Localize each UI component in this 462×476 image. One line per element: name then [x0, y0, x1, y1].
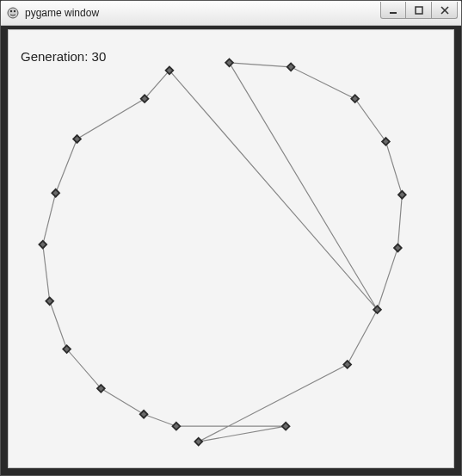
- application-window: pygame window Generation: 30: [0, 0, 462, 476]
- titlebar[interactable]: pygame window: [1, 1, 461, 26]
- node-marker: [393, 243, 403, 252]
- svg-rect-4: [416, 7, 422, 14]
- node-marker: [381, 137, 391, 146]
- window-title: pygame window: [25, 7, 380, 19]
- maximize-button[interactable]: [406, 2, 432, 19]
- node-marker: [397, 190, 407, 200]
- close-button[interactable]: [432, 2, 458, 19]
- svg-point-0: [8, 8, 18, 18]
- node-marker: [139, 410, 148, 419]
- node-marker: [225, 58, 234, 67]
- minimize-button[interactable]: [380, 2, 406, 19]
- node-marker: [171, 422, 181, 431]
- svg-point-1: [10, 10, 12, 12]
- svg-rect-3: [390, 12, 397, 14]
- node-marker: [72, 134, 82, 144]
- node-marker: [194, 436, 203, 446]
- node-marker: [281, 422, 291, 431]
- tsp-plot: [9, 30, 453, 467]
- node-marker: [342, 360, 352, 369]
- node-marker: [286, 62, 295, 71]
- tour-path: [43, 63, 403, 442]
- node-marker: [51, 189, 60, 198]
- pygame-icon: [6, 6, 20, 20]
- svg-point-2: [14, 10, 15, 12]
- node-marker: [38, 239, 47, 249]
- node-marker: [45, 296, 54, 306]
- window-controls: [380, 2, 458, 19]
- canvas-area: Generation: 30: [8, 29, 454, 468]
- node-marker: [350, 94, 360, 103]
